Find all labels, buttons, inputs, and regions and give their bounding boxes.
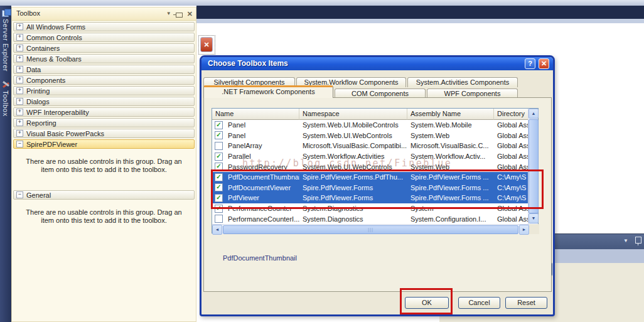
scroll-left-icon[interactable]: ◄ — [212, 225, 222, 235]
cell-namespace: System.Diagnostics — [299, 215, 407, 223]
toolbox-group-components[interactable]: +Components — [13, 75, 195, 85]
cell-assembly: System.Configuration.I... — [407, 215, 494, 223]
toolbox-group-menus-toolbars[interactable]: +Menus & Toolbars — [13, 54, 195, 63]
cell-namespace: Microsoft.VisualBasic.Compatibi... — [299, 142, 407, 149]
tab-wpf-components[interactable]: WPF Components — [427, 89, 518, 98]
cell-name: ✓Panel — [212, 131, 299, 139]
scrollbar-corner — [529, 224, 539, 234]
designer-close-icon[interactable]: ✕ — [200, 37, 213, 52]
cell-assembly: Microsoft.VisualBasic.C... — [407, 142, 494, 149]
cell-assembly: System.Web — [407, 132, 494, 139]
tab-net-framework-components[interactable]: .NET Framework Components — [203, 85, 333, 98]
cancel-button[interactable]: Cancel — [458, 297, 500, 309]
toolbox-group-visual-basic-powerpacks[interactable]: +Visual Basic PowerPacks — [13, 129, 195, 138]
table-row[interactable]: PanelArrayMicrosoft.VisualBasic.Compatib… — [212, 141, 538, 151]
toolbox-group-common-controls[interactable]: +Common Controls — [13, 33, 195, 42]
server-explorer-icon — [2, 9, 10, 17]
rail-tab-server-explorer[interactable]: Server Explorer — [0, 9, 11, 72]
toolbox-close-icon[interactable]: ✕ — [187, 10, 193, 18]
toolbox-group-label: WPF Interoperability — [26, 109, 89, 116]
expand-icon[interactable]: + — [16, 55, 23, 62]
expand-icon[interactable]: + — [16, 98, 23, 105]
toolbox-panel: Toolbox ▼ ✕ +All Windows Forms+Common Co… — [11, 7, 196, 322]
expand-icon[interactable]: + — [16, 77, 23, 83]
table-row[interactable]: ✓PanelSystem.Web.UI.WebControlsSystem.We… — [212, 131, 538, 141]
toolbox-group-label: Visual Basic PowerPacks — [26, 130, 104, 137]
column-header-assembly-name[interactable]: Assembly Name — [407, 109, 494, 120]
checkbox-unchecked-icon[interactable] — [215, 142, 223, 150]
toolbox-group-label: Reporting — [26, 119, 56, 127]
scroll-up-icon[interactable]: ▲ — [529, 109, 539, 119]
toolbox-group-reporting[interactable]: +Reporting — [13, 118, 195, 127]
toolbox-group-containers[interactable]: +Containers — [13, 43, 195, 53]
rail-tab-toolbox[interactable]: Toolbox — [0, 80, 11, 116]
tab-com-components[interactable]: COM Components — [335, 89, 426, 98]
checkbox-checked-icon[interactable]: ✓ — [215, 131, 223, 139]
toolbox-header: Toolbox ▼ ✕ — [12, 8, 196, 21]
toolbox-group-spirepdfviewer[interactable]: −SpirePDFViewer — [13, 139, 195, 149]
cell-directory: Global Ass — [494, 215, 529, 223]
toolbox-group-dialogs[interactable]: +Dialogs — [13, 97, 195, 106]
editor-light-band — [196, 19, 644, 23]
toolbox-group-general[interactable]: −General — [13, 190, 195, 200]
annotation-rectangle-ok — [400, 288, 453, 314]
column-header-directory[interactable]: Directory — [494, 109, 529, 120]
expand-icon[interactable]: + — [16, 45, 23, 51]
close-icon[interactable]: ✕ — [539, 58, 549, 69]
tab-system-activities-components[interactable]: System.Activities Components — [407, 77, 518, 87]
toolbox-group-label: Common Controls — [26, 34, 82, 41]
component-name: Panel — [228, 121, 245, 129]
scroll-right-icon[interactable]: ► — [519, 225, 529, 235]
cell-namespace: System.Web.UI.MobileControls — [299, 121, 407, 129]
column-header-name[interactable]: Name — [212, 109, 299, 120]
reset-button[interactable]: Reset — [505, 297, 547, 309]
table-row[interactable]: PerformanceCounterI...System.Diagnostics… — [212, 213, 538, 224]
expand-icon[interactable]: + — [16, 23, 23, 30]
watermark-text: http://blog.csdn.net/Fineblue — [242, 158, 452, 169]
screen: Server Explorer Toolbox ▼ Toolbox ▼ ✕ +A… — [0, 0, 644, 322]
component-name: Panel — [228, 132, 245, 139]
detail-group-title: PdfDocumentThumbnail — [220, 254, 299, 262]
cell-assembly: System.Web.Mobile — [407, 121, 494, 129]
expand-icon[interactable]: + — [16, 34, 23, 41]
toolbox-body: +All Windows Forms+Common Controls+Conta… — [12, 22, 196, 225]
toolbox-group-label: All Windows Forms — [26, 23, 85, 31]
horizontal-scrollbar-thumb[interactable]: ||| — [223, 225, 518, 234]
right-panel-dropdown-icon[interactable]: ▼ — [623, 238, 628, 244]
toolbox-group-printing[interactable]: +Printing — [13, 86, 195, 95]
column-header-namespace[interactable]: Namespace — [299, 109, 407, 120]
expand-icon[interactable]: + — [16, 109, 23, 115]
cell-directory: Global Ass — [494, 132, 529, 139]
cell-directory: Global Ass — [494, 142, 529, 149]
toolbox-pin-icon[interactable] — [176, 13, 183, 18]
right-panel-pin-icon[interactable] — [635, 237, 641, 244]
rail-label-toolbox[interactable]: Toolbox — [2, 90, 9, 116]
collapse-icon[interactable]: − — [16, 191, 23, 198]
toolbox-group-label: Menus & Toolbars — [26, 55, 82, 63]
designer-selected-control[interactable]: ✕ — [198, 35, 215, 55]
expand-icon[interactable]: + — [16, 66, 23, 73]
collapse-icon[interactable]: − — [16, 141, 23, 148]
component-name: PerformanceCounterI... — [228, 215, 299, 223]
expand-icon[interactable]: + — [16, 130, 23, 137]
scroll-down-icon[interactable]: ▼ — [529, 213, 539, 223]
component-name: PanelArray — [228, 142, 262, 149]
editor-top-band — [196, 6, 644, 19]
toolbox-group-all-windows-forms[interactable]: +All Windows Forms — [13, 22, 195, 31]
expand-icon[interactable]: + — [16, 119, 23, 126]
table-row[interactable]: ✓PanelSystem.Web.UI.MobileControlsSystem… — [212, 120, 538, 131]
rail-label-server-explorer[interactable]: Server Explorer — [2, 19, 9, 72]
toolbox-icon — [2, 80, 10, 89]
dialog-titlebar[interactable]: Choose Toolbox Items — [201, 57, 553, 70]
expand-icon[interactable]: + — [16, 87, 23, 94]
toolbox-group-wpf-interoperability[interactable]: +WPF Interoperability — [13, 107, 195, 117]
help-icon[interactable]: ? — [525, 58, 535, 69]
cell-namespace: System.Web.UI.WebControls — [299, 132, 407, 139]
horizontal-scrollbar[interactable]: ◄ ||| ► — [212, 224, 529, 234]
checkbox-checked-icon[interactable]: ✓ — [215, 153, 223, 161]
checkbox-checked-icon[interactable]: ✓ — [215, 121, 223, 129]
checkbox-unchecked-icon[interactable] — [215, 215, 223, 223]
toolbox-group-data[interactable]: +Data — [13, 65, 195, 74]
cell-name: PanelArray — [212, 142, 299, 150]
toolbox-dropdown-icon[interactable]: ▼ — [166, 10, 171, 18]
